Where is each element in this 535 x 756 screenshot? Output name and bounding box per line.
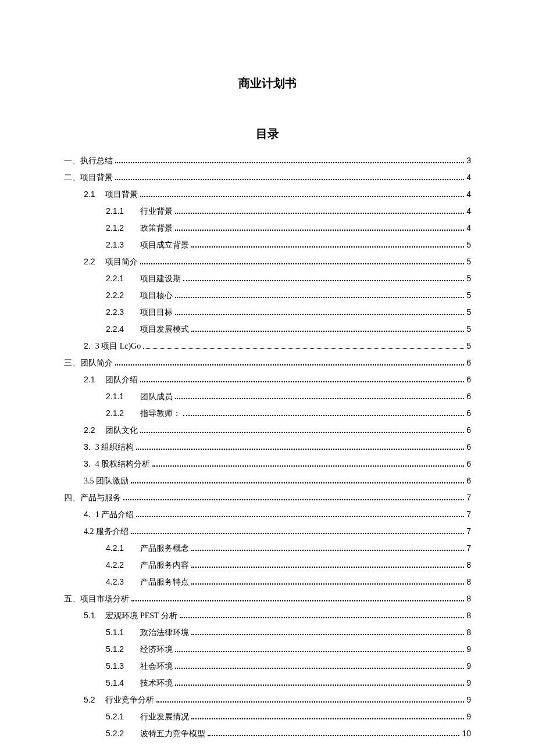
toc-leader-dots <box>115 158 464 163</box>
toc-entry-page: 10 <box>462 729 471 737</box>
toc-entry: 4.2.1产品服务概念7 <box>64 540 471 557</box>
toc-entry-title: 产品服务内容 <box>140 561 189 569</box>
toc-entry-number: 4.2.1 <box>106 544 124 552</box>
toc-entry-title: 3 项目 Lc)Go <box>95 342 141 350</box>
toc-entry-page: 6 <box>466 460 471 468</box>
toc-entry: 5.1.1政治法律环境8 <box>64 624 471 641</box>
toc-entry-number: 5.1.4 <box>106 679 124 687</box>
toc-entry-page: 4 <box>466 173 471 181</box>
toc-entry-title: 行业竞争分析 <box>105 696 154 704</box>
toc-leader-dots <box>143 344 464 349</box>
toc-leader-dots <box>191 562 464 568</box>
toc-entry-number: 3. <box>84 443 91 451</box>
toc-entry-title: 4.2 服务介绍 <box>84 528 129 536</box>
toc-entry: 2.1.3项目成立背景5 <box>64 237 471 253</box>
toc-entry-page: 6 <box>466 409 471 417</box>
toc-entry-page: 9 <box>466 645 471 653</box>
toc-entry: 四、产品与服务7 <box>64 489 471 506</box>
toc-leader-dots <box>191 714 464 719</box>
toc-entry-title: 指导教师： <box>140 410 181 418</box>
toc-leader-dots <box>140 428 464 433</box>
document-title: 商业计划书 <box>64 76 471 91</box>
toc-entry: 3.5 团队激励6 <box>64 472 471 489</box>
toc-entry-page: 8 <box>466 611 471 619</box>
toc-entry-title: 三、团队简介 <box>64 359 113 367</box>
toc-leader-dots <box>175 310 464 315</box>
toc-entry: 2.2.2项目核心5 <box>64 287 471 304</box>
toc-entry-title: 社会环境 <box>140 662 173 671</box>
toc-leader-dots <box>191 579 464 585</box>
toc-entry-title: 项目建设期 <box>140 275 181 283</box>
toc-entry: 2.3 项目 Lc)Go5 <box>64 338 471 354</box>
toc-leader-dots <box>175 394 464 399</box>
toc-leader-dots <box>156 697 464 703</box>
toc-entry-title: 宏观环境 PEST 分析 <box>105 612 177 620</box>
toc-entry-page: 5 <box>466 308 471 316</box>
toc-entry: 4.1 产品介绍7 <box>64 506 471 523</box>
toc-entry-number: 2.2.4 <box>106 325 124 333</box>
toc-entry-page: 8 <box>466 578 471 586</box>
toc-entry-number: 2.1 <box>84 375 95 384</box>
toc-entry-title: 一、执行总结 <box>64 157 113 165</box>
toc-entry-page: 6 <box>466 443 471 451</box>
toc-entry-page: 7 <box>466 544 471 552</box>
toc-entry: 4.2.2产品服务内容8 <box>64 557 471 574</box>
toc-leader-dots <box>136 512 464 517</box>
toc-entry: 3.3 组织结构6 <box>64 439 471 456</box>
toc-entry-title: 经济环境 <box>140 646 173 654</box>
toc-entry-number: 2.1.2 <box>106 224 124 232</box>
toc-entry-number: 3. <box>84 460 91 468</box>
toc-entry-title: 项目简介 <box>105 258 138 266</box>
toc-entry-number: 2. <box>84 342 91 350</box>
toc-entry: 2.1.1行业背景4 <box>64 203 471 220</box>
toc-entry-title: 1 产品介绍 <box>95 511 134 519</box>
toc-leader-dots <box>180 613 464 618</box>
toc-entry-title: 技术环境 <box>140 679 173 687</box>
toc-entry-page: 4 <box>466 207 471 215</box>
toc-entry: 2.1团队介绍6 <box>64 371 471 388</box>
toc-entry: 三、团队简介6 <box>64 354 471 371</box>
toc-leader-dots <box>175 664 464 669</box>
toc-entry-number: 2.1.2 <box>106 409 124 417</box>
toc-leader-dots <box>175 647 464 652</box>
toc-entry-title: 政策背景 <box>140 224 173 232</box>
toc-entry: 4.2.3产品服务特点8 <box>64 574 471 590</box>
toc-entry: 二、项目背景4 <box>64 169 471 186</box>
toc-entry-title: 项目成立背景 <box>140 241 189 249</box>
toc-leader-dots <box>191 630 464 635</box>
toc-entry-title: 产品服务概念 <box>140 544 189 553</box>
toc-entry: 3.4 股权结构分析6 <box>64 456 471 472</box>
toc-entry-page: 9 <box>466 712 471 721</box>
toc-entry-number: 5.2.1 <box>106 712 124 721</box>
toc-entry-title: 波特五力竞争模型 <box>140 730 205 738</box>
toc-leader-dots <box>175 680 464 686</box>
toc-entry-title: 五、项目市场分析 <box>64 595 129 603</box>
toc-entry-title: 4 股权结构分析 <box>95 460 151 468</box>
toc-entry-number: 5.2 <box>84 696 95 704</box>
toc-entry-page: 6 <box>466 426 471 434</box>
toc-leader-dots <box>191 327 464 332</box>
toc-entry-title: 团队介绍 <box>105 376 138 384</box>
toc-entry-title: 行业发展情况 <box>140 713 189 721</box>
toc-leader-dots <box>123 495 464 500</box>
toc-entry: 5.1.2经济环境9 <box>64 641 471 658</box>
toc-entry-number: 2.1.1 <box>106 392 124 400</box>
toc-leader-dots <box>115 360 464 366</box>
toc-entry-number: 5.1 <box>84 611 95 619</box>
toc-leader-dots <box>191 546 464 551</box>
toc-entry-title: 3 组织结构 <box>95 443 134 452</box>
toc-leader-dots <box>131 596 464 601</box>
toc-leader-dots <box>183 411 464 416</box>
toc-entry-title: 二、项目背景 <box>64 174 113 182</box>
toc-entry: 2.1.2指导教师：6 <box>64 405 471 422</box>
toc-entry-page: 7 <box>466 493 471 501</box>
toc-entry-number: 2.2 <box>84 257 95 266</box>
toc-entry-number: 4. <box>84 510 91 518</box>
toc-leader-dots <box>175 225 464 231</box>
toc-entry: 2.2.3项目目标5 <box>64 304 471 321</box>
toc-entry-number: 5.1.2 <box>106 645 124 653</box>
toc-entry-page: 9 <box>466 662 471 670</box>
toc-entry: 2.2.1项目建设期5 <box>64 270 471 287</box>
toc-entry-title: 团队文化 <box>105 427 138 435</box>
toc-entry-number: 2.2.2 <box>106 291 124 299</box>
